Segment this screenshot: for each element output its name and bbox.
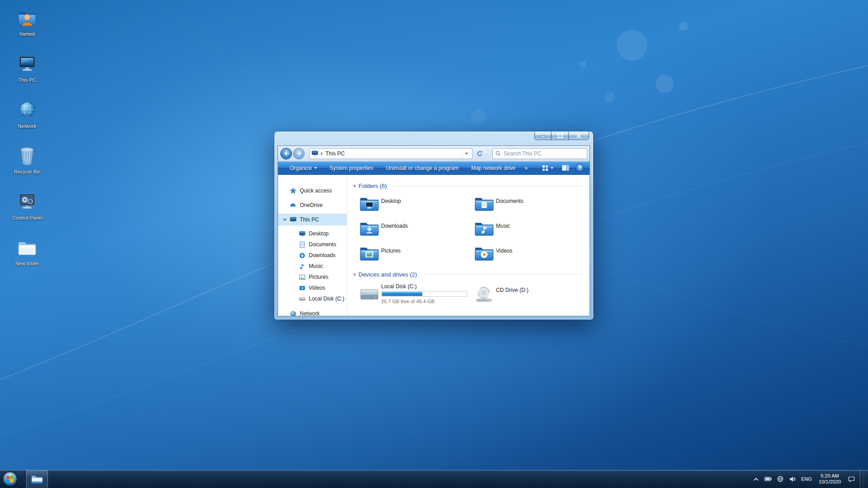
toolbar-overflow-button[interactable]: »	[522, 163, 530, 173]
file-explorer-icon	[31, 474, 43, 484]
group-header-rule	[420, 274, 583, 275]
forward-button[interactable]	[293, 148, 305, 160]
system-properties-button[interactable]: System properties	[323, 163, 380, 173]
cloud-icon	[290, 202, 297, 209]
network-icon	[290, 310, 297, 316]
folder-tile-videos[interactable]: Videos	[474, 245, 587, 267]
hard-drive-icon	[299, 296, 306, 302]
back-button[interactable]	[280, 148, 292, 160]
language-indicator[interactable]: ENG	[801, 476, 812, 482]
file-explorer-window: This PC	[274, 131, 594, 320]
taskbar-clock[interactable]: 5:20 AM 10/1/2020	[817, 473, 843, 485]
command-bar: Organize System properties Uninstall or …	[278, 161, 590, 175]
command-bar-right-group: ?	[540, 163, 584, 173]
group-header-folders[interactable]: Folders (6)	[353, 183, 583, 189]
sidebar-item-pictures[interactable]: Pictures	[278, 272, 347, 282]
desktop-icon-new-folder[interactable]: New folder	[6, 236, 48, 267]
network-icon[interactable]	[777, 475, 784, 483]
close-button[interactable]	[569, 131, 589, 140]
volume-icon[interactable]	[789, 475, 796, 483]
uninstall-program-button[interactable]: Uninstall or change a program	[379, 163, 465, 173]
desktop-icon-recycle-bin[interactable]: Recycle Bin	[6, 144, 48, 175]
maximize-button[interactable]	[552, 131, 569, 140]
address-bar[interactable]: This PC	[309, 148, 472, 159]
collapse-triangle-icon	[353, 274, 355, 276]
this-pc-icon	[311, 150, 318, 157]
cd-drive-icon	[474, 286, 494, 303]
explorer-body: Quick access OneDrive This PC	[278, 175, 590, 316]
drive-tile-local-disk-c[interactable]: Local Disk (C:) 25.7 GB free of 49.4 GB	[359, 283, 473, 310]
sidebar-item-network[interactable]: Network	[278, 308, 347, 316]
views-icon	[542, 165, 548, 171]
maximize-icon	[557, 133, 563, 138]
folder-tile-music[interactable]: Music	[474, 220, 587, 243]
breadcrumb-chevron-icon	[321, 152, 323, 155]
forward-arrow-icon	[296, 151, 302, 156]
desktop-icon-user-files[interactable]: hamed	[6, 6, 48, 37]
collapse-triangle-icon	[353, 185, 355, 188]
disk-usage-fill	[382, 292, 422, 296]
downloads-folder-icon	[359, 220, 379, 236]
hidden-icons-button[interactable]	[752, 475, 760, 483]
sidebar-item-downloads[interactable]: Downloads	[278, 250, 347, 261]
organize-button[interactable]: Organize	[283, 163, 323, 173]
search-icon	[495, 150, 501, 156]
action-center-button[interactable]	[848, 475, 855, 483]
refresh-button[interactable]	[474, 148, 485, 159]
folder-tile-pictures[interactable]: Pictures	[359, 245, 472, 267]
folder-tile-desktop[interactable]: Desktop	[359, 195, 472, 218]
navigation-bar: This PC	[278, 146, 590, 161]
picture-icon	[299, 274, 306, 281]
search-input[interactable]	[504, 150, 584, 157]
desktop-icon-control-panel[interactable]: Control Panel	[6, 190, 48, 221]
group-header-devices[interactable]: Devices and drives (2)	[353, 271, 583, 278]
start-button[interactable]	[1, 470, 19, 488]
back-arrow-icon	[283, 151, 289, 156]
map-network-drive-button[interactable]: Map network drive	[465, 163, 522, 173]
star-icon	[290, 188, 297, 194]
desktop-icon	[299, 230, 306, 237]
windows-logo-icon	[6, 475, 14, 483]
network-globe-icon	[16, 99, 38, 120]
show-desktop-button[interactable]	[860, 470, 864, 488]
document-icon	[299, 241, 306, 248]
desktop-icon-this-pc[interactable]: This PC	[6, 52, 48, 83]
chevron-down-icon	[314, 167, 317, 169]
window-client-area: This PC	[278, 145, 590, 316]
speaker-glyph	[789, 476, 796, 482]
sidebar-item-quick-access[interactable]: Quick access	[278, 185, 347, 197]
battery-icon[interactable]	[764, 475, 772, 483]
window-caption-buttons	[534, 131, 589, 140]
taskbar-file-explorer-button[interactable]	[26, 470, 48, 488]
chevron-up-icon	[754, 478, 759, 481]
folder-tile-downloads[interactable]: Downloads	[359, 220, 472, 243]
desktop-wallpaper: hamed This PC Network Recycle Bin	[0, 0, 868, 488]
help-button[interactable]: ?	[576, 164, 584, 172]
pictures-folder-icon	[359, 245, 379, 261]
sidebar-item-music[interactable]: Music	[278, 261, 347, 272]
preview-pane-button[interactable]	[560, 163, 571, 173]
search-box[interactable]	[492, 148, 587, 159]
sidebar-item-local-disk[interactable]: Local Disk (C:)	[278, 293, 347, 304]
videos-folder-icon	[474, 245, 494, 261]
recycle-bin-icon	[16, 144, 38, 166]
minimize-button[interactable]	[534, 131, 552, 140]
address-dropdown-button[interactable]	[462, 149, 470, 158]
clock-time: 5:20 AM	[819, 473, 841, 479]
drive-tile-cd-drive-d[interactable]: CD Drive (D:)	[474, 283, 588, 310]
views-button[interactable]	[540, 163, 556, 173]
sidebar-item-desktop[interactable]: Desktop	[278, 228, 347, 239]
music-folder-icon	[474, 220, 494, 236]
clock-date: 10/1/2020	[819, 479, 841, 485]
sidebar-item-documents[interactable]: Documents	[278, 239, 347, 250]
chevron-down-icon	[465, 153, 468, 155]
desktop-icon-network[interactable]: Network	[6, 99, 48, 129]
group-header-rule	[390, 186, 583, 186]
sidebar-item-videos[interactable]: Videos	[278, 282, 347, 293]
sidebar-item-onedrive[interactable]: OneDrive	[278, 199, 347, 211]
close-icon	[576, 133, 581, 138]
folder-tile-documents[interactable]: Documents	[474, 195, 587, 218]
desktop-icon-label: This PC	[6, 77, 48, 83]
computer-icon	[16, 52, 38, 74]
sidebar-item-this-pc[interactable]: This PC	[278, 214, 347, 225]
